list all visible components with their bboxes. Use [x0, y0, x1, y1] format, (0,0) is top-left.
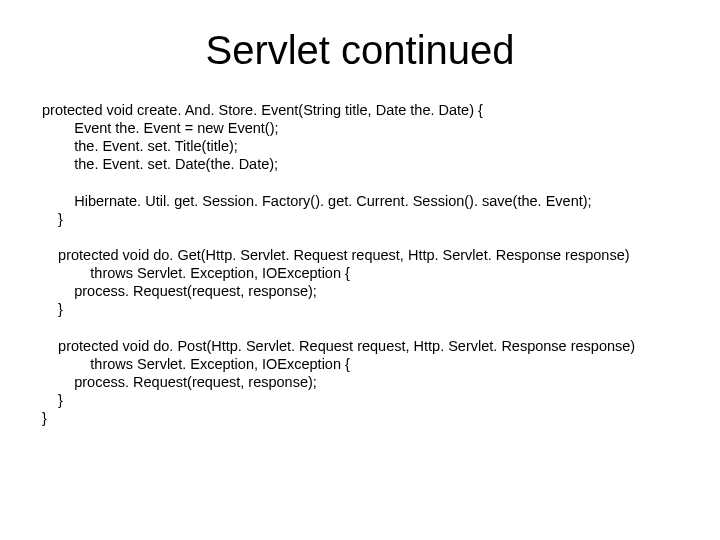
code-line: Hibernate. Util. get. Session. Factory()… [42, 193, 592, 209]
slide-title: Servlet continued [0, 0, 720, 101]
code-line: protected void do. Post(Http. Servlet. R… [42, 338, 635, 354]
code-line: protected void create. And. Store. Event… [42, 102, 483, 118]
code-line: } [42, 392, 63, 408]
code-line: throws Servlet. Exception, IOException { [42, 265, 350, 281]
code-block: protected void create. And. Store. Event… [0, 101, 720, 427]
code-line: } [42, 410, 47, 426]
code-line: process. Request(request, response); [42, 283, 317, 299]
code-line: } [42, 211, 63, 227]
slide: Servlet continued protected void create.… [0, 0, 720, 540]
code-line: process. Request(request, response); [42, 374, 317, 390]
code-line: the. Event. set. Title(title); [42, 138, 238, 154]
code-line: the. Event. set. Date(the. Date); [42, 156, 278, 172]
code-line: Event the. Event = new Event(); [42, 120, 279, 136]
code-line: protected void do. Get(Http. Servlet. Re… [42, 247, 630, 263]
code-line: throws Servlet. Exception, IOException { [42, 356, 350, 372]
code-line: } [42, 301, 63, 317]
